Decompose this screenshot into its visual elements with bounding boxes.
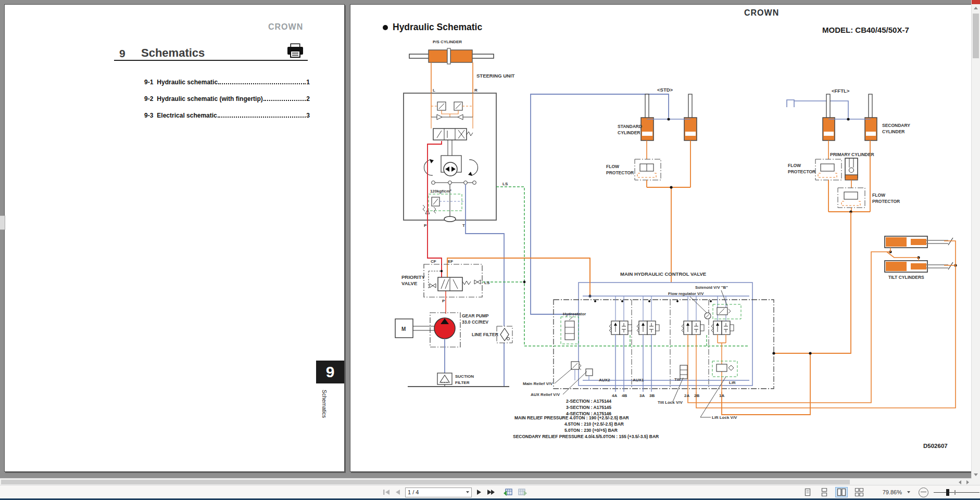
- label-flow-protector-std-2: PROTECTOR: [606, 170, 634, 175]
- label-port-4a: 4A: [612, 393, 617, 398]
- continuous-layout-button[interactable]: [819, 487, 830, 497]
- page-number-value: 1 / 4: [408, 489, 419, 495]
- label-main-valve: MAIN HYDRAULIC CONTROL VALVE: [620, 271, 706, 277]
- label-primary-cylinder: PRIMARY CYLINDER: [830, 152, 874, 157]
- fftl-cylinders-group: [774, 94, 877, 353]
- zoom-out-button[interactable]: [919, 488, 928, 497]
- zoom-slider-tick: [954, 490, 956, 495]
- zoom-dropdown-caret-icon[interactable]: [907, 491, 910, 493]
- zoom-level-value: 79.86%: [878, 489, 902, 495]
- next-view-button[interactable]: [518, 488, 527, 496]
- std-cylinders-group: [635, 94, 697, 283]
- toc-item-number: 9-2: [144, 95, 153, 102]
- label-hydrostator: Hydrostator: [563, 312, 586, 316]
- page-dropdown-caret-icon[interactable]: [466, 491, 469, 493]
- crown-logo: CROWN: [268, 22, 303, 32]
- toc-row[interactable]: 9-2 Hydraulic schematic (with fingertip)…: [144, 95, 310, 102]
- label-fftl: <FFTL>: [832, 88, 850, 94]
- line-filter-symbol: [497, 326, 512, 343]
- label-port-1a: 1A: [719, 393, 724, 398]
- toc-item-number: 9-1: [144, 79, 153, 86]
- label-flow-protector-fftl-left-2: PROTECTOR: [788, 169, 815, 174]
- label-line-filter: LINE FILTER: [472, 332, 498, 337]
- toc-leader-dots: [218, 83, 306, 84]
- label-secondary-cylinder-2: CYLINDER: [882, 129, 904, 134]
- zoom-slider-track: [934, 492, 979, 493]
- zoom-slider[interactable]: [934, 488, 979, 497]
- label-port-3a: 3A: [639, 393, 645, 398]
- toc-row[interactable]: 9-1 Hydraulic schematic 1: [144, 79, 310, 86]
- label-aux-relief: AUX Relief V/V: [531, 392, 560, 397]
- facing-pages-layout-button[interactable]: [835, 487, 848, 497]
- pdf-viewer-window: CROWN 9 Schematics 9-1 Hydraulic schemat…: [0, 0, 980, 500]
- horizontal-scrollbar-thumb[interactable]: [1, 480, 850, 484]
- chapter-underline: [114, 60, 308, 61]
- page-number-input[interactable]: 1 / 4: [405, 488, 472, 497]
- note-3-section: 3-SECTION : A175145: [566, 405, 611, 410]
- zoom-slider-thumb[interactable]: [946, 489, 949, 496]
- label-section-tilt: Tilt: [674, 377, 681, 382]
- label-ls-steering: LS: [502, 182, 508, 186]
- label-lift-lock: Lift Lock V/V: [712, 415, 737, 420]
- note-2-section: 2-SECTION : A175144: [566, 399, 611, 404]
- vertical-scrollbar-thumb[interactable]: [973, 14, 979, 58]
- label-ps-cylinder: P/S CYLINDER: [433, 40, 462, 44]
- chapter-side-tab-label: Schematics: [321, 390, 328, 442]
- chapter-title: Schematics: [141, 46, 205, 60]
- ps-cylinder-symbol: [409, 48, 494, 93]
- toc-item-page: 3: [306, 112, 310, 119]
- label-flow-protector-std-1: FLOW: [606, 164, 620, 169]
- label-motor: M: [401, 326, 406, 332]
- toc-item-number: 9-3: [144, 112, 153, 119]
- viewer-toolbar: 1 / 4: [0, 485, 980, 499]
- label-priority-valve-2: VALVE: [401, 280, 417, 286]
- note-main-relief-1: MAIN RELIEF PRESSURE 4.0TON : 190 (+2.5/…: [514, 415, 629, 420]
- scroll-up-button[interactable]: [972, 4, 980, 11]
- label-priority-ls: LS: [484, 280, 490, 285]
- panel-collapse-handle[interactable]: [0, 215, 5, 230]
- label-tilt-lock: Tilt Lock V/V: [658, 400, 683, 405]
- note-main-relief-3: 5.0TON : 230 (+0/+5) BAR: [564, 428, 618, 433]
- previous-view-button[interactable]: [503, 488, 513, 496]
- label-suction-2: FILTER: [455, 380, 470, 385]
- label-solenoid-b: Solenoid V/V "B": [695, 285, 728, 290]
- label-port-p: P: [424, 223, 427, 228]
- window-close-sliver: [972, 0, 980, 4]
- horizontal-scrollbar[interactable]: [0, 478, 972, 485]
- gear-pump-symbol: [395, 313, 460, 373]
- toc-item-title: Hydraulic schematic: [157, 79, 218, 86]
- label-priority-p: P: [442, 299, 445, 303]
- label-ef: EF: [448, 259, 453, 264]
- first-page-button[interactable]: [383, 489, 390, 495]
- label-flow-protector-fftl-left-1: FLOW: [788, 163, 801, 168]
- label-priority-valve-1: PRIORITY: [401, 274, 425, 280]
- label-cf: CF: [431, 259, 436, 264]
- next-page-button[interactable]: [476, 489, 482, 495]
- page-left-toc: CROWN 9 Schematics 9-1 Hydraulic schemat…: [4, 4, 345, 472]
- toc-leader-dots: [218, 117, 306, 118]
- label-tilt-cylinders: TILT CYLINDERS: [888, 275, 924, 280]
- facing-continuous-layout-button[interactable]: [853, 487, 865, 497]
- priority-valve-symbol: [424, 264, 482, 297]
- label-section-aux2: AUX2: [599, 378, 610, 382]
- scroll-down-button[interactable]: [972, 471, 980, 478]
- chapter-side-tab: 9: [316, 361, 344, 383]
- previous-page-button[interactable]: [395, 489, 400, 495]
- label-standard-cylinder-1: STANDARD: [618, 124, 642, 129]
- label-port-2a: 2A: [684, 393, 689, 398]
- label-flow-protector-fftl-right-2: PROTECTOR: [872, 199, 900, 204]
- chapter-number: 9: [119, 47, 125, 60]
- label-port-t: T: [462, 223, 465, 228]
- label-main-relief: Main Relief V/V: [523, 381, 553, 386]
- vertical-scrollbar[interactable]: [971, 0, 980, 485]
- hydraulic-schematic-drawing: P/S CYLINDER STEERING UNIT L R: [350, 5, 975, 471]
- label-section-aux1: AUX1: [633, 378, 644, 382]
- last-page-button[interactable]: [487, 489, 495, 495]
- single-page-layout-button[interactable]: [802, 487, 813, 497]
- label-section-lift: Lift: [729, 380, 736, 385]
- toc-row[interactable]: 9-3 Electrical schematic 3: [144, 112, 310, 119]
- toc-leader-dots: [263, 100, 306, 101]
- label-std: <STD>: [657, 87, 673, 93]
- label-gear-pump-displacement: 33.0 CC/REV: [462, 319, 488, 325]
- label-port-r: R: [474, 88, 478, 93]
